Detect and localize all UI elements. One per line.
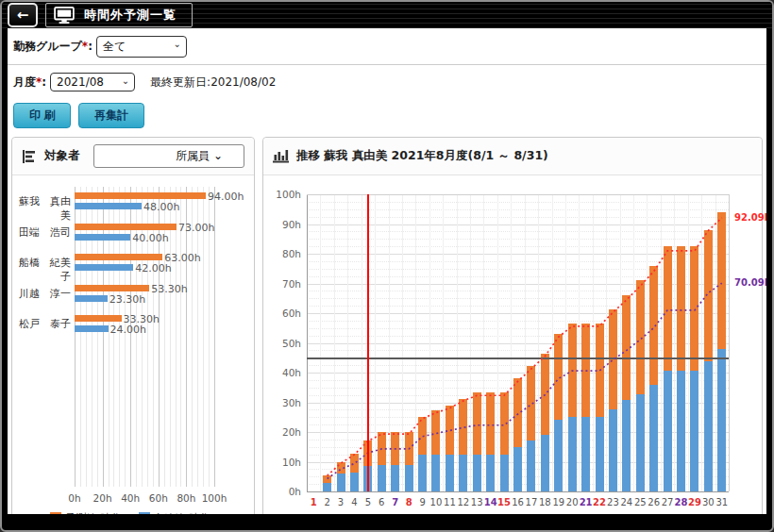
left-chart-legend: 予測値(時分) 実績値(時分) [50,511,213,514]
trend-title: 推移 蘇我 真由美 2021年8月度(8/1 ～ 8/31) [296,148,548,164]
print-button[interactable]: 印 刷 [13,103,71,128]
actual-bar[interactable] [75,295,108,302]
actual-bar[interactable] [75,325,109,332]
app-window: ← 時間外予測一覧 勤務グループ*: 全て ⌄ 月度*: 2021/08 [0,0,774,532]
forecast-value-label: 94.00h [208,191,244,203]
target-person-header: 対象者 所属員 ⌄ [12,138,254,175]
forecast-bar[interactable] [75,224,177,230]
forecast-value-label: 53.30h [151,283,187,295]
x-axis-line [307,491,729,492]
gridline [130,187,131,487]
back-arrow-icon: ← [17,7,29,24]
employee-name-label[interactable]: 田端 浩司 [12,225,71,240]
actual-bar[interactable] [75,203,142,209]
daily-trend-chart: 予測値(時分) 実績値(時分) 1.00h固定予測 2.00h固定予測 0h10… [263,175,762,514]
plot-right-border [729,194,730,491]
filter-row-group: 勤務グループ*: 全て ⌄ [8,28,766,65]
x-axis-tick-label: 100h [201,492,227,504]
x-axis-tick-label: 20h [90,492,116,504]
target-person-title: 対象者 [44,148,80,164]
chevron-down-icon: ⌄ [122,75,129,86]
toolbar: 印 刷 再集計 [8,97,766,134]
legend-swatch-actual [139,512,150,514]
y-axis-tick-label: 80h [263,248,301,259]
actual-value-label: 42.00h [135,262,171,274]
employee-name-label[interactable]: 川越 淳一 [12,287,71,301]
forecast-lines-layer [307,194,729,491]
fixed-1h-forecast-line [328,283,722,478]
gridline [113,187,114,487]
y-axis-tick-label: 70h [263,278,301,290]
gridline [109,187,109,487]
actual-value-label: 24.00h [110,324,146,336]
employee-name-label[interactable]: 船橋 紀美子 [12,256,71,284]
legend-item-forecast: 予測値(時分) [354,513,429,514]
month-select[interactable]: 2021/08 ⌄ [50,73,135,91]
month-label: 月度*: [13,75,46,91]
forecast-bar[interactable] [75,254,162,260]
gridline [80,187,81,487]
actual-bar[interactable] [75,234,130,241]
y-axis-tick-label: 30h [263,397,301,408]
monitor-icon [54,7,75,24]
actual-bar[interactable] [75,264,133,271]
panels-row: 対象者 所属員 ⌄ 予測値(時分) 実績値(時分) 0h20h40h60h80h… [8,134,766,514]
last-updated-text: 最終更新日:2021/08/02 [150,75,276,91]
x-axis-tick-label: 80h [173,492,199,504]
line-end-value-label: 70.09h [734,277,766,288]
actual-value-label: 23.30h [109,293,145,306]
gridline [176,187,177,487]
filter-row-month: 月度*: 2021/08 ⌄ 最終更新日:2021/08/02 [8,65,766,97]
forecast-bar[interactable] [75,192,206,199]
forecast-bar[interactable] [75,285,149,291]
recalc-button[interactable]: 再集計 [78,103,144,128]
chevron-down-icon: ⌄ [213,149,223,162]
target-person-panel: 対象者 所属員 ⌄ 予測値(時分) 実績値(時分) 0h20h40h60h80h… [11,137,255,514]
gridline [92,187,93,487]
scope-select[interactable]: 所属員 ⌄ [93,144,245,168]
group-select[interactable]: 全て ⌄ [96,36,187,58]
gridline [103,187,104,487]
gridline [125,187,126,487]
group-label: 勤務グループ*: [13,39,93,55]
fixed-2h-forecast-line [328,218,722,475]
gridline [86,187,87,487]
hbar-chart-icon [22,149,37,164]
actual-value-label: 48.00h [143,201,179,213]
right-chart-legend: 予測値(時分) 実績値(時分) 1.00h固定予測 2.00h固定予測 [354,513,750,514]
legend-item-forecast: 予測値(時分) [50,511,126,514]
bar-chart-icon [273,149,289,163]
legend-item-actual: 実績値(時分) [139,511,214,514]
employee-bar-chart: 予測値(時分) 実績値(時分) 0h20h40h60h80h100h蘇我 真由美… [12,175,254,514]
y-axis-tick-label: 50h [263,338,301,349]
group-select-value: 全て [103,40,126,53]
forecast-bar[interactable] [75,315,122,322]
y-axis-tick-label: 100h [263,189,301,200]
gridline [119,187,120,487]
month-select-value: 2021/08 [57,75,104,89]
legend-swatch-forecast [50,512,61,514]
y-axis-tick-label: 90h [263,219,301,230]
page-title: 時間外予測一覧 [84,7,177,24]
day-label: 31 [715,497,730,507]
forecast-value-label: 73.00h [178,222,214,234]
y-axis-tick-label: 10h [263,457,301,468]
legend-item-2h-fixed: 2.00h固定予測 [648,513,750,514]
y-axis-tick-label: 60h [263,308,301,319]
chevron-down-icon: ⌄ [174,39,181,49]
back-button[interactable]: ← [8,3,38,27]
y-axis-tick-label: 0h [263,486,301,497]
trend-panel: 推移 蘇我 真由美 2021年8月度(8/1 ～ 8/31) 予測値(時分) 実… [262,137,763,514]
trend-header: 推移 蘇我 真由美 2021年8月度(8/1 ～ 8/31) [263,138,762,175]
employee-name-label[interactable]: 松戸 泰子 [12,317,71,331]
legend-item-1h-fixed: 1.00h固定予測 [530,513,633,514]
y-axis-tick-label: 40h [263,367,301,378]
x-axis-tick-label: 40h [117,492,143,504]
title-tab: 時間外予測一覧 [45,3,193,27]
gridline [170,187,171,487]
legend-item-actual: 実績値(時分) [443,513,518,514]
line-end-value-label: 92.09h [734,212,766,223]
y-axis-tick-label: 20h [263,426,301,438]
employee-name-label[interactable]: 蘇我 真由美 [12,194,71,223]
top-bar: ← 時間外予測一覧 [2,2,772,28]
